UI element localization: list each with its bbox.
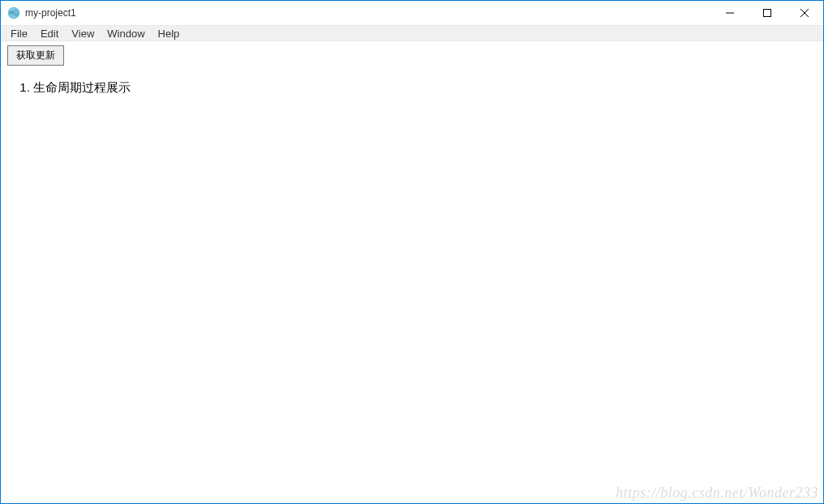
menu-file[interactable]: File (4, 26, 34, 41)
titlebar: my-project1 (1, 1, 823, 25)
maximize-button[interactable] (749, 1, 786, 25)
menu-edit[interactable]: Edit (34, 26, 65, 41)
content-area: 获取更新 生命周期过程展示 (1, 41, 823, 503)
list-item: 生命周期过程展示 (33, 80, 817, 96)
app-icon (7, 6, 20, 19)
window-title: my-project1 (25, 7, 76, 19)
window-controls (711, 1, 823, 25)
lifecycle-list: 生命周期过程展示 (7, 80, 817, 96)
update-button[interactable]: 获取更新 (7, 45, 64, 66)
minimize-button[interactable] (711, 1, 749, 25)
close-button[interactable] (786, 1, 823, 25)
menubar: File Edit View Window Help (1, 25, 823, 41)
menu-view[interactable]: View (65, 26, 101, 41)
app-window: my-project1 File Edit View Window Help 获… (0, 0, 824, 504)
svg-rect-2 (764, 10, 771, 17)
menu-help[interactable]: Help (152, 26, 187, 41)
titlebar-left: my-project1 (7, 6, 76, 19)
menu-window[interactable]: Window (101, 26, 151, 41)
